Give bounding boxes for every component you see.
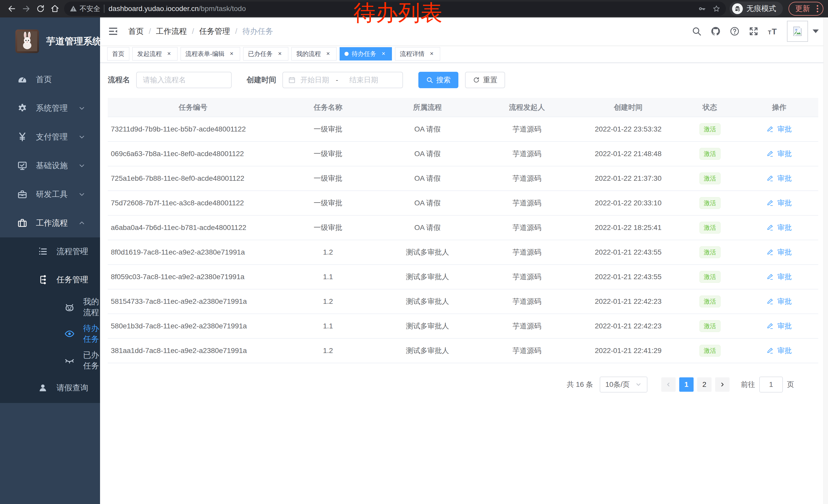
page-button-1[interactable]: 1 (679, 377, 694, 392)
header-search-icon[interactable] (692, 26, 702, 36)
search-button[interactable]: 搜索 (418, 72, 458, 88)
end-date-placeholder[interactable]: 结束日期 (349, 75, 378, 85)
tab-待办任务[interactable]: 待办任务× (340, 47, 392, 60)
security-label[interactable]: 不安全 (80, 4, 100, 13)
page-button-2[interactable]: 2 (697, 377, 711, 392)
column-header-流程发起人: 流程发起人 (477, 98, 577, 117)
tab-label: 发起流程 (137, 50, 162, 58)
tab-label: 流程表单-编辑 (185, 50, 224, 58)
browser-update-button[interactable]: 更新 (788, 2, 823, 16)
date-range-picker[interactable]: 开始日期 - 结束日期 (282, 72, 403, 88)
url-path: /bpm/task/todo (199, 5, 246, 13)
fullscreen-icon[interactable] (748, 26, 759, 36)
approve-action-link[interactable]: 审批 (767, 247, 792, 257)
breadcrumb-item-工作流程[interactable]: 工作流程 (156, 26, 187, 37)
tab-我的流程[interactable]: 我的流程× (291, 47, 336, 60)
tab-close-icon[interactable]: × (428, 50, 435, 57)
approve-action-link[interactable]: 审批 (767, 296, 792, 306)
sidebar-item-基础设施[interactable]: 基础设施 (0, 151, 100, 180)
browser-scrollbar[interactable] (823, 17, 828, 504)
font-size-icon[interactable]: TT (768, 26, 778, 36)
tab-close-icon[interactable]: × (228, 50, 235, 57)
start-date-placeholder[interactable]: 开始日期 (300, 75, 329, 85)
status-badge: 激活 (700, 345, 720, 357)
browser-reload-button[interactable] (33, 2, 48, 16)
tab-首页[interactable]: 首页 (107, 47, 129, 60)
omnibox-divider (104, 5, 105, 13)
approve-action-link[interactable]: 审批 (767, 272, 792, 282)
sidebar-item-系统管理[interactable]: 系统管理 (0, 94, 100, 123)
table-row: 069c6a63-7b8a-11ec-8ef0-acde48001122一级审批… (108, 141, 818, 166)
tab-label: 已办任务 (248, 50, 273, 58)
cell-id: a6aba0a4-7b6d-11ec-b781-acde48001122 (108, 215, 278, 240)
table-header: 任务编号任务名称所属流程流程发起人创建时间状态操作 (108, 98, 818, 117)
sidebar-item-支付管理[interactable]: 支付管理 (0, 123, 100, 151)
prev-page-button[interactable] (661, 377, 676, 392)
sidebar-item-首页[interactable]: 首页 (0, 65, 100, 94)
breadcrumb-separator: / (192, 27, 194, 36)
tab-发起流程[interactable]: 发起流程× (132, 47, 177, 60)
page-size-select[interactable]: 10条/页 (600, 377, 648, 393)
approve-action-link[interactable]: 审批 (767, 124, 792, 134)
sidebar-item-已办任务[interactable]: 已办任务 (0, 347, 100, 374)
user-avatar[interactable] (787, 21, 808, 42)
chevron-up-icon (78, 276, 86, 283)
dashboard-icon (17, 74, 28, 85)
sidebar-item-流程管理[interactable]: 流程管理 (0, 237, 100, 266)
sidebar-item-待办任务[interactable]: 待办任务 (0, 320, 100, 347)
breadcrumb-item-任务管理[interactable]: 任务管理 (199, 26, 230, 37)
cell-starter: 芋道源码 (477, 240, 577, 265)
sidebar: 芋道管理系统 首页系统管理支付管理基础设施研发工具工作流程流程管理任务管理我的流… (0, 17, 100, 504)
next-page-button[interactable] (715, 377, 730, 392)
approve-action-link[interactable]: 审批 (767, 346, 792, 356)
cell-starter: 芋道源码 (477, 166, 577, 191)
active-tab-dot (344, 52, 348, 56)
browser-back-button[interactable] (5, 2, 19, 16)
tab-close-icon[interactable]: × (276, 50, 283, 57)
sidebar-item-label: 已办任务 (83, 350, 100, 371)
update-label[interactable]: 更新 (795, 4, 810, 14)
browser-home-button[interactable] (48, 2, 62, 16)
tab-close-icon[interactable]: × (165, 50, 173, 57)
browser-forward-button[interactable] (19, 2, 33, 16)
help-icon[interactable] (730, 26, 740, 36)
status-badge: 激活 (700, 246, 720, 259)
password-key-icon[interactable] (698, 5, 706, 12)
filter-form: 流程名 创建时间 开始日期 - 结束日期 搜索 重置 (108, 72, 818, 88)
approve-action-link[interactable]: 审批 (767, 321, 792, 331)
avatar-dropdown-caret-icon[interactable] (813, 30, 819, 33)
approve-action-link[interactable]: 审批 (767, 198, 792, 208)
column-header-创建时间: 创建时间 (577, 98, 680, 117)
approve-action-link[interactable]: 审批 (767, 223, 792, 232)
sidebar-item-工作流程[interactable]: 工作流程 (0, 209, 100, 237)
cell-name: 一级审批 (278, 215, 378, 240)
cell-process: 测试多审批人 (378, 265, 478, 289)
cell-id: 58154733-7ac8-11ec-a9e2-a2380e71991a (108, 289, 278, 314)
sidebar-item-任务管理[interactable]: 任务管理 (0, 266, 100, 294)
not-secure-warning-icon[interactable] (70, 5, 77, 12)
sidebar-item-请假查询[interactable]: 请假查询 (0, 374, 100, 402)
github-icon[interactable] (710, 26, 721, 36)
approve-action-link[interactable]: 审批 (767, 174, 792, 183)
tab-已办任务[interactable]: 已办任务× (243, 47, 288, 60)
cell-starter: 芋道源码 (477, 215, 577, 240)
reset-button[interactable]: 重置 (465, 72, 505, 88)
cell-process: OA 请假 (378, 215, 478, 240)
bookmark-star-icon[interactable] (713, 5, 720, 12)
tab-流程详情[interactable]: 流程详情× (395, 47, 440, 60)
goto-page-input[interactable] (759, 377, 783, 393)
cell-process: OA 请假 (378, 191, 478, 215)
tab-close-icon[interactable]: × (325, 50, 332, 57)
edit-pen-icon (767, 298, 776, 305)
tab-流程表单-编辑[interactable]: 流程表单-编辑× (180, 47, 240, 60)
tab-close-icon[interactable]: × (380, 50, 387, 57)
process-name-input[interactable] (136, 72, 232, 88)
sidebar-item-研发工具[interactable]: 研发工具 (0, 180, 100, 209)
approve-action-link[interactable]: 审批 (767, 149, 792, 159)
process-name-label: 流程名 (108, 75, 130, 85)
sidebar-collapse-icon[interactable] (108, 26, 119, 37)
browser-menu-kebab-icon[interactable] (815, 5, 820, 12)
sidebar-item-我的流程[interactable]: 我的流程 (0, 294, 100, 320)
edit-pen-icon (767, 150, 776, 157)
breadcrumb-item-首页[interactable]: 首页 (128, 26, 143, 37)
